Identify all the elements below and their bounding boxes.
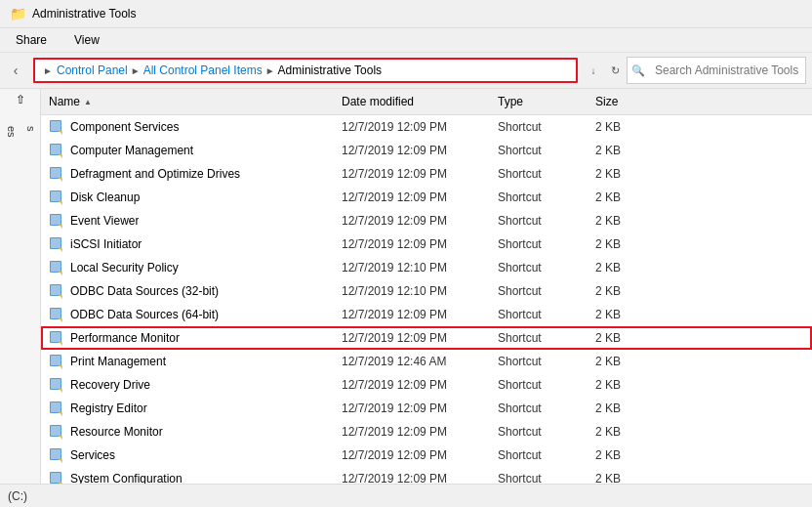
nav-scroll-up[interactable]: ⇧	[16, 93, 25, 106]
file-name-text: Services	[70, 448, 115, 462]
file-type: Shortcut	[490, 259, 588, 276]
svg-rect-28	[51, 332, 61, 342]
file-icon	[49, 354, 64, 369]
file-name-text: Performance Monitor	[70, 331, 180, 345]
breadcrumb-control-panel[interactable]: Control Panel	[57, 63, 128, 77]
file-name-text: Resource Monitor	[70, 425, 163, 439]
table-row[interactable]: Print Management12/7/2019 12:46 AMShortc…	[41, 350, 812, 373]
file-type: Shortcut	[490, 400, 588, 417]
file-name-text: ODBC Data Sources (32-bit)	[70, 284, 219, 298]
svg-rect-16	[51, 238, 61, 248]
col-header-size[interactable]: Size	[588, 93, 666, 110]
table-row[interactable]: Registry Editor12/7/2019 12:09 PMShortcu…	[41, 397, 812, 420]
svg-rect-40	[51, 426, 61, 436]
file-size: 2 KB	[588, 259, 666, 276]
table-row[interactable]: Resource Monitor12/7/2019 12:09 PMShortc…	[41, 420, 812, 444]
file-name-text: Disk Cleanup	[70, 190, 140, 204]
file-name-text: Registry Editor	[70, 401, 147, 415]
sidebar-label-3[interactable]: es	[2, 122, 20, 160]
file-icon	[49, 424, 64, 440]
file-icon	[49, 236, 64, 252]
sidebar-label-1[interactable]: oduct-	[40, 122, 41, 160]
address-dropdown-button[interactable]: ↓	[584, 61, 603, 80]
table-row[interactable]: ODBC Data Sources (64-bit)12/7/2019 12:0…	[41, 303, 812, 326]
menu-view[interactable]: View	[68, 30, 105, 50]
file-name-cell: Registry Editor	[41, 399, 334, 418]
file-date: 12/7/2019 12:09 PM	[334, 423, 490, 441]
table-row[interactable]: Computer Management12/7/2019 12:09 PMSho…	[41, 139, 812, 162]
file-type: Shortcut	[490, 142, 588, 159]
sidebar-label-2[interactable]: s	[20, 122, 39, 160]
file-name-cell: Recovery Drive	[41, 375, 334, 395]
column-headers: Name ▲ Date modified Type Size	[41, 89, 812, 115]
table-row[interactable]: Disk Cleanup12/7/2019 12:09 PMShortcut2 …	[41, 186, 812, 209]
title-bar: 📁 Administrative Tools	[0, 0, 812, 28]
col-header-date[interactable]: Date modified	[334, 93, 490, 110]
nav-back-button[interactable]: ‹	[4, 57, 27, 84]
file-date: 12/7/2019 12:09 PM	[334, 400, 490, 417]
table-row[interactable]: Performance Monitor12/7/2019 12:09 PMSho…	[41, 326, 812, 350]
status-text: (C:)	[8, 489, 27, 503]
app-icon: 📁	[10, 6, 26, 21]
file-type: Shortcut	[490, 353, 588, 370]
table-row[interactable]: ODBC Data Sources (32-bit)12/7/2019 12:1…	[41, 279, 812, 303]
file-name-cell: Performance Monitor	[41, 328, 334, 348]
table-row[interactable]: Defragment and Optimize Drives12/7/2019 …	[41, 162, 812, 186]
file-name-text: Event Viewer	[70, 214, 139, 228]
table-row[interactable]: Local Security Policy12/7/2019 12:10 PMS…	[41, 256, 812, 279]
file-icon	[49, 166, 64, 182]
file-type: Shortcut	[490, 329, 588, 347]
file-type: Shortcut	[490, 423, 588, 441]
file-icon	[49, 447, 64, 463]
file-size: 2 KB	[588, 446, 666, 464]
menu-share[interactable]: Share	[10, 30, 53, 50]
svg-rect-10	[51, 191, 61, 201]
content-area: Name ▲ Date modified Type Size Component…	[41, 89, 812, 507]
svg-rect-1	[51, 121, 61, 131]
file-name-text: Recovery Drive	[70, 378, 150, 392]
file-date: 12/7/2019 12:10 PM	[334, 282, 490, 300]
file-name-cell: Services	[41, 445, 334, 465]
file-size: 2 KB	[588, 376, 666, 394]
svg-rect-22	[51, 285, 61, 295]
search-glass-icon: 🔍	[628, 64, 649, 77]
file-icon	[49, 283, 64, 299]
file-type: Shortcut	[490, 165, 588, 183]
table-row[interactable]: Event Viewer12/7/2019 12:09 PMShortcut2 …	[41, 209, 812, 232]
table-row[interactable]: Recovery Drive12/7/2019 12:09 PMShortcut…	[41, 373, 812, 397]
file-type: Shortcut	[490, 446, 588, 464]
file-name-cell: ODBC Data Sources (32-bit)	[41, 281, 334, 301]
file-icon	[49, 330, 64, 346]
search-input[interactable]	[649, 63, 805, 77]
breadcrumb-all-control-panel[interactable]: All Control Panel Items	[143, 63, 263, 77]
file-size: 2 KB	[588, 306, 666, 323]
file-size: 2 KB	[588, 235, 666, 253]
file-name-cell: Defragment and Optimize Drives	[41, 164, 334, 184]
file-date: 12/7/2019 12:09 PM	[334, 329, 490, 347]
table-row[interactable]: Services12/7/2019 12:09 PMShortcut2 KB	[41, 444, 812, 467]
file-size: 2 KB	[588, 142, 666, 159]
file-date: 12/7/2019 12:10 PM	[334, 259, 490, 276]
file-date: 12/7/2019 12:09 PM	[334, 235, 490, 253]
col-header-type[interactable]: Type	[490, 93, 588, 110]
file-date: 12/7/2019 12:09 PM	[334, 142, 490, 159]
svg-rect-4	[51, 145, 61, 154]
file-name-text: iSCSI Initiator	[70, 237, 142, 251]
refresh-button[interactable]: ↻	[605, 61, 625, 80]
status-bar: (C:)	[0, 484, 812, 507]
file-name-cell: Computer Management	[41, 141, 334, 160]
file-date: 12/7/2019 12:46 AM	[334, 353, 490, 370]
col-header-name[interactable]: Name ▲	[41, 93, 334, 110]
svg-rect-13	[51, 215, 61, 225]
file-icon	[49, 307, 64, 322]
file-date: 12/7/2019 12:09 PM	[334, 376, 490, 394]
file-name-cell: Local Security Policy	[41, 258, 334, 277]
file-date: 12/7/2019 12:09 PM	[334, 306, 490, 323]
app-title: Administrative Tools	[32, 7, 137, 21]
file-date: 12/7/2019 12:09 PM	[334, 446, 490, 464]
file-size: 2 KB	[588, 282, 666, 300]
table-row[interactable]: Component Services12/7/2019 12:09 PMShor…	[41, 115, 812, 139]
svg-rect-25	[51, 309, 61, 318]
file-size: 2 KB	[588, 212, 666, 230]
table-row[interactable]: iSCSI Initiator12/7/2019 12:09 PMShortcu…	[41, 232, 812, 256]
